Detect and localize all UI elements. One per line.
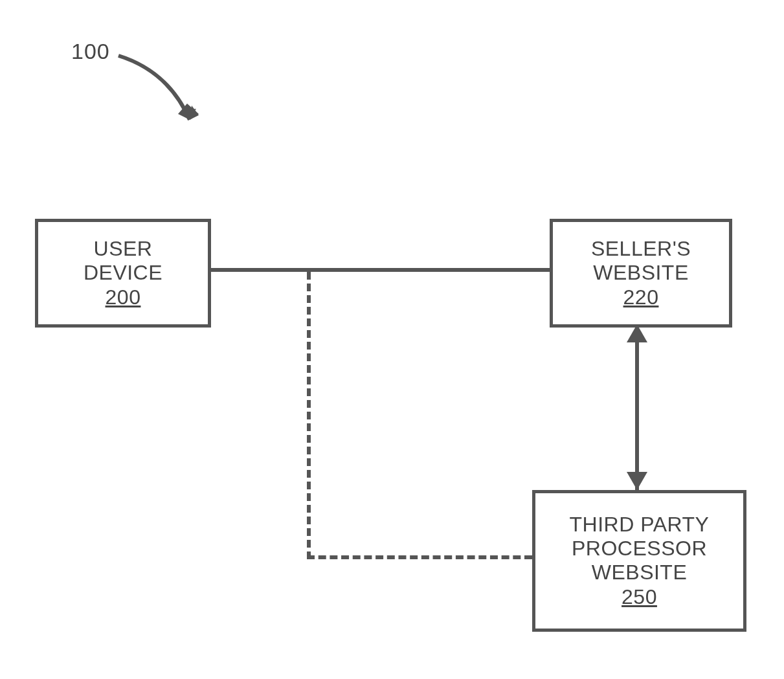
connector-dashed-horizontal: [307, 555, 532, 559]
third-party-box: THIRD PARTY PROCESSOR WEBSITE 250: [532, 490, 746, 632]
seller-website-label-line1: SELLER'S: [591, 237, 691, 261]
seller-website-label-line2: WEBSITE: [593, 261, 689, 285]
arrowhead-down-icon: [627, 472, 647, 490]
user-device-label-line1: USER: [94, 237, 153, 261]
user-device-ref: 200: [106, 285, 141, 309]
user-device-box: USER DEVICE 200: [35, 219, 211, 328]
connector-user-to-seller: [208, 268, 550, 272]
third-party-label-line1: THIRD PARTY: [570, 513, 710, 537]
third-party-ref: 250: [622, 585, 657, 609]
figure-pointer-arrow: [113, 52, 210, 142]
arrowhead-up-icon: [627, 324, 647, 342]
figure-number: 100: [71, 39, 110, 64]
connector-dashed-vertical: [307, 272, 311, 559]
third-party-label-line2: PROCESSOR: [572, 537, 707, 561]
third-party-label-line3: WEBSITE: [592, 561, 688, 584]
user-device-label-line2: DEVICE: [84, 261, 162, 285]
connector-seller-to-third-party: [635, 324, 639, 490]
seller-website-box: SELLER'S WEBSITE 220: [550, 219, 732, 328]
seller-website-ref: 220: [623, 285, 659, 309]
